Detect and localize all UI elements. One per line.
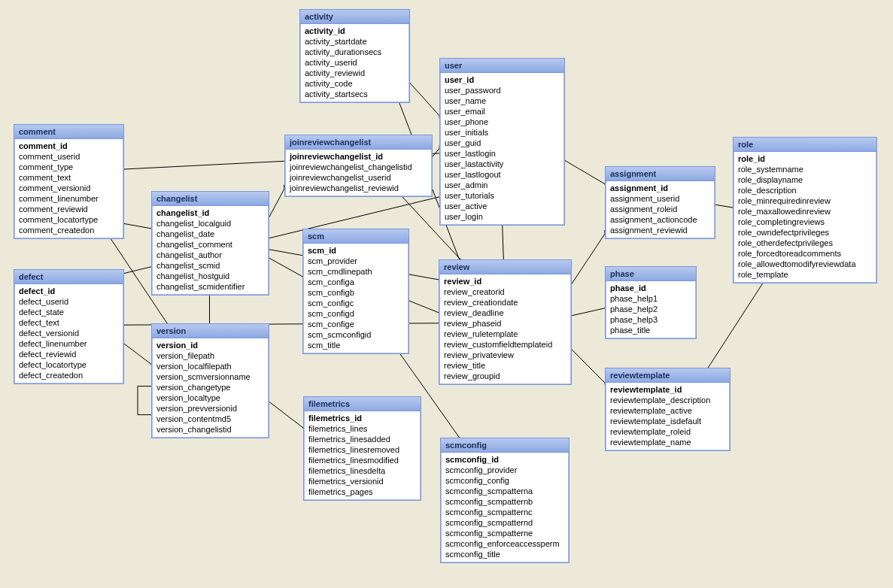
column[interactable]: version_changetype — [155, 382, 266, 393]
column-pk[interactable]: review_id — [442, 276, 568, 286]
column[interactable]: activity_startdate — [303, 36, 406, 47]
column[interactable]: role_maxallowedinreview — [737, 206, 873, 217]
column[interactable]: role_template — [737, 269, 873, 280]
column[interactable]: filemetrics_linesremoved — [307, 444, 418, 455]
column[interactable]: user_admin — [443, 180, 561, 190]
column[interactable]: defect_versionid — [17, 328, 120, 338]
column[interactable]: role_forcedtoreadcomments — [737, 248, 873, 259]
entity-header[interactable]: defect — [14, 270, 123, 284]
column[interactable]: assignment_reviewid — [609, 225, 712, 235]
column[interactable]: filemetrics_versionid — [307, 476, 418, 486]
column[interactable]: scm_cmdlinepath — [306, 266, 405, 277]
entity-header[interactable]: phase — [606, 267, 696, 281]
column[interactable]: scmconfig_scmpatternb — [444, 496, 566, 507]
column-pk[interactable]: assignment_id — [609, 183, 712, 193]
column[interactable]: role_completingreviews — [737, 217, 873, 227]
column-pk[interactable]: activity_id — [303, 26, 406, 36]
entity-version[interactable]: versionversion_idversion_filepathversion… — [151, 323, 269, 438]
column[interactable]: role_allowedtomodifyreviewdata — [737, 259, 873, 269]
column[interactable]: changelist_scmid — [155, 260, 266, 271]
column[interactable]: version_filepath — [155, 350, 266, 361]
entity-role[interactable]: rolerole_idrole_systemnamerole_displayna… — [733, 137, 877, 283]
entity-activity[interactable]: activityactivity_idactivity_startdateact… — [299, 9, 410, 103]
entity-header[interactable]: changelist — [152, 192, 269, 206]
column[interactable]: defect_userid — [17, 296, 120, 307]
column[interactable]: version_scmversionname — [155, 371, 266, 382]
column[interactable]: reviewtemplate_isdefault — [609, 416, 727, 426]
column[interactable]: user_guid — [443, 138, 561, 148]
column[interactable]: user_tutorials — [443, 190, 561, 201]
column[interactable]: scm_configb — [306, 287, 405, 298]
entity-header[interactable]: assignment — [606, 167, 715, 181]
column[interactable]: comment_versionid — [17, 183, 120, 193]
column[interactable]: defect_linenumber — [17, 338, 120, 349]
column[interactable]: version_prevversionid — [155, 403, 266, 414]
column[interactable]: scm_provider — [306, 256, 405, 266]
entity-header[interactable]: joinreviewchangelist — [285, 135, 432, 150]
column-pk[interactable]: role_id — [737, 153, 873, 164]
entity-assignment[interactable]: assignmentassignment_idassignment_userid… — [605, 166, 715, 239]
column[interactable]: user_lastlogin — [443, 148, 561, 159]
column[interactable]: defect_locatortype — [17, 359, 120, 370]
column[interactable]: joinreviewchangelist_reviewid — [288, 183, 429, 193]
column[interactable]: activity_code — [303, 78, 406, 89]
column-pk[interactable]: comment_id — [17, 141, 120, 151]
entity-defect[interactable]: defectdefect_iddefect_useriddefect_state… — [14, 269, 124, 384]
column[interactable]: filemetrics_linesadded — [307, 434, 418, 444]
column[interactable]: review_privateview — [442, 350, 568, 360]
entity-header[interactable]: version — [152, 324, 269, 338]
entity-filemetrics[interactable]: filemetricsfilemetrics_idfilemetrics_lin… — [303, 396, 421, 501]
column-pk[interactable]: joinreviewchangelist_id — [288, 151, 429, 162]
column[interactable]: user_password — [443, 85, 561, 95]
column[interactable]: comment_locatortype — [17, 214, 120, 225]
entity-reviewtemplate[interactable]: reviewtemplatereviewtemplate_idreviewtem… — [605, 368, 730, 451]
column[interactable]: defect_createdon — [17, 370, 120, 380]
column[interactable]: scm_scmconfigid — [306, 329, 405, 340]
column[interactable]: review_deadline — [442, 308, 568, 318]
entity-comment[interactable]: commentcomment_idcomment_useridcomment_t… — [14, 124, 124, 239]
entity-header[interactable]: filemetrics — [304, 397, 421, 411]
entity-header[interactable]: role — [734, 138, 876, 152]
column[interactable]: user_lastactivity — [443, 159, 561, 169]
column[interactable]: phase_help1 — [609, 293, 693, 304]
column[interactable]: role_systemname — [737, 164, 873, 174]
column[interactable]: defect_text — [17, 317, 120, 328]
entity-changelist[interactable]: changelistchangelist_idchangelist_localg… — [151, 191, 269, 296]
entity-phase[interactable]: phasephase_idphase_help1phase_help2phase… — [605, 266, 697, 339]
entity-user[interactable]: useruser_iduser_passworduser_nameuser_em… — [439, 58, 565, 226]
column[interactable]: assignment_userid — [609, 193, 712, 204]
entity-header[interactable]: user — [440, 59, 564, 73]
column[interactable]: scm_confige — [306, 319, 405, 329]
column[interactable]: filemetrics_linesdelta — [307, 465, 418, 476]
column[interactable]: changelist_comment — [155, 239, 266, 250]
column[interactable]: user_active — [443, 201, 561, 211]
column-pk[interactable]: changelist_id — [155, 208, 266, 218]
entity-scmconfig[interactable]: scmconfigscmconfig_idscmconfig_providers… — [440, 438, 570, 563]
column[interactable]: scmconfig_scmpatterne — [444, 528, 566, 538]
column[interactable]: reviewtemplate_description — [609, 395, 727, 405]
column[interactable]: review_creationdate — [442, 297, 568, 308]
column[interactable]: reviewtemplate_active — [609, 405, 727, 416]
column[interactable]: filemetrics_lines — [307, 423, 418, 434]
column-pk[interactable]: phase_id — [609, 283, 693, 293]
column[interactable]: assignment_roleid — [609, 204, 712, 214]
column[interactable]: version_localtype — [155, 393, 266, 403]
entity-header[interactable]: scm — [303, 229, 409, 244]
column[interactable]: phase_title — [609, 325, 693, 335]
column[interactable]: comment_userid — [17, 151, 120, 162]
column[interactable]: scmconfig_config — [444, 475, 566, 486]
column-pk[interactable]: filemetrics_id — [307, 413, 418, 423]
column-pk[interactable]: reviewtemplate_id — [609, 384, 727, 395]
column[interactable]: role_minrequiredinreview — [737, 195, 873, 206]
column-pk[interactable]: scm_id — [306, 245, 405, 256]
entity-scm[interactable]: scmscm_idscm_providerscm_cmdlinepathscm_… — [302, 229, 409, 354]
column[interactable]: filemetrics_pages — [307, 486, 418, 497]
column[interactable]: changelist_localguid — [155, 218, 266, 229]
entity-header[interactable]: reviewtemplate — [606, 368, 730, 383]
column[interactable]: activity_userid — [303, 57, 406, 68]
column[interactable]: scmconfig_provider — [444, 465, 566, 475]
column[interactable]: scmconfig_scmpatterna — [444, 486, 566, 496]
column[interactable]: changelist_scmidentifier — [155, 281, 266, 292]
entity-header[interactable]: comment — [14, 125, 123, 139]
column[interactable]: joinreviewchangelist_userid — [288, 172, 429, 183]
